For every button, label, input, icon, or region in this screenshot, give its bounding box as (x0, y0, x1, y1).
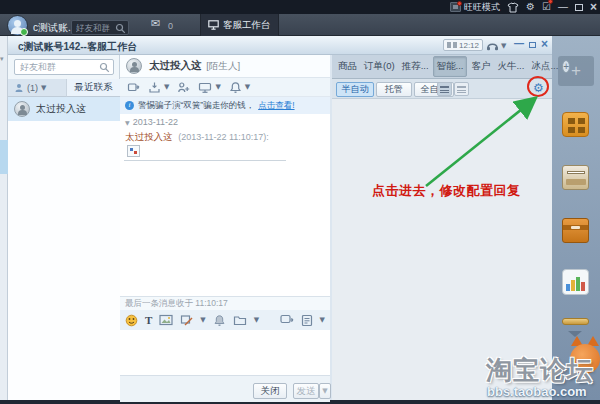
watermark-url: bbs.taobao.com (487, 384, 587, 399)
tab-huoniu[interactable]: 火牛... (494, 57, 527, 76)
chat-toolbar: ▼ ▼ ▼ (120, 78, 330, 97)
shake-bell-icon[interactable] (213, 314, 226, 327)
chat-footer: 关闭 发送 ▼ (120, 375, 330, 402)
chevron-down-icon[interactable]: ▼ (215, 83, 220, 91)
notification-dot (548, 0, 553, 4)
transfer-chat-icon[interactable] (127, 81, 140, 94)
message-timestamp: (2013-11-22 11:10:17): (178, 132, 269, 142)
trade-management-icon[interactable] (562, 165, 589, 190)
font-icon[interactable]: T (145, 314, 152, 326)
goods-management-icon[interactable] (562, 218, 589, 243)
session-time-badge: 12:12 (443, 39, 483, 51)
user-avatar[interactable] (7, 15, 28, 36)
global-search-box[interactable] (71, 20, 129, 35)
message-history-icon[interactable] (280, 314, 294, 326)
input-toolbar: T ▼ ▼ ▼ (120, 310, 330, 330)
message-meta: 太过投入这 (2013-11-22 11:10:17): (125, 131, 269, 144)
phone-icon[interactable] (486, 40, 499, 51)
inner-close-button[interactable]: × (541, 37, 548, 51)
outer-left-strip (0, 36, 8, 400)
message-sender: 太过投入这 (125, 131, 173, 142)
workbench-tab-label: 客服工作台 (223, 19, 271, 32)
qianniu-workbench-window: 千牛—卖家工作台 旺旺模式 ⚙ ☑ — × c测试账... ✉ 0 客服工作台 (0, 0, 600, 404)
tab-goods[interactable]: 商品 (335, 57, 360, 76)
tab-customer-service-workbench[interactable]: 客服工作台 (200, 14, 279, 36)
notification-dot (457, 1, 462, 6)
last-message-status: 最后一条消息收于 11:10:17 (120, 296, 330, 310)
peer-tag: [陌生人] (206, 60, 240, 71)
image-icon[interactable] (159, 314, 173, 326)
tab-customer[interactable]: 客户 (468, 57, 493, 76)
screenshot-icon[interactable] (180, 314, 193, 326)
close-button[interactable]: × (590, 1, 597, 13)
maximize-button[interactable] (575, 4, 583, 11)
date-separator: ▼ 2013-11-22 (125, 117, 178, 127)
remote-assist-icon[interactable] (198, 81, 212, 94)
watermark-title: 淘宝论坛 (486, 353, 594, 388)
task-checklist-icon[interactable]: ☑ (542, 1, 551, 13)
send-options-dropdown[interactable]: ▼ (319, 383, 331, 399)
mail-count: 0 (168, 21, 173, 31)
outer-strip-highlight (0, 140, 8, 174)
inner-window-title: c测试账号142--客服工作台 (18, 40, 137, 54)
wangwang-mode-label: 旺旺模式 (464, 1, 500, 14)
emoticon-icon[interactable] (125, 314, 138, 327)
quick-phrase-icon[interactable] (301, 314, 313, 327)
contacts-group-selector[interactable]: (1) ▼ (8, 79, 66, 97)
tab-recent-contacts[interactable]: 最近联系 (66, 79, 120, 97)
report-alarm-icon[interactable] (229, 81, 242, 94)
mail-icon[interactable]: ✉ (151, 17, 160, 30)
peer-avatar[interactable] (126, 58, 142, 74)
add-contact-icon[interactable] (177, 81, 190, 94)
contact-name: 太过投入这 (36, 102, 86, 116)
dock-collapse-pill[interactable] (562, 318, 589, 325)
send-button[interactable]: 发送 (293, 383, 319, 399)
chevron-down-icon[interactable]: ▾ (0, 55, 4, 63)
plugin-tab-bar: 商品 订单(0) 推荐... 智能... 客户 火牛... 冰点... + (332, 55, 552, 79)
contacts-search-box[interactable] (14, 59, 114, 75)
inner-minimize-button[interactable]: — (514, 38, 524, 49)
contact-list-item[interactable]: 太过投入这 (8, 97, 120, 121)
chevron-down-icon[interactable]: ▼ (200, 316, 205, 324)
chevron-down-icon[interactable]: ▼ (254, 316, 259, 324)
contact-avatar (14, 101, 30, 117)
titlebar-controls: 旺旺模式 ⚙ ☑ — × (450, 0, 597, 14)
chevron-down-icon[interactable]: ▼ (164, 83, 169, 91)
wangwang-mode-button[interactable]: 旺旺模式 (450, 1, 500, 14)
contacts-search-input[interactable] (18, 61, 98, 73)
person-icon (14, 83, 24, 93)
global-search-input[interactable] (74, 21, 116, 34)
settings-gear-icon[interactable]: ⚙ (526, 1, 535, 13)
caret-down-icon: ▼ (125, 119, 130, 126)
quick-entry-icon[interactable] (562, 112, 589, 137)
annotation-text: 点击进去，修改配置回复 (372, 182, 521, 200)
online-status-dot (20, 28, 28, 36)
info-icon: i (125, 101, 134, 110)
chevron-down-icon[interactable]: ▼ (501, 42, 506, 50)
minimize-button[interactable]: — (558, 1, 568, 13)
data-metrics-icon[interactable] (562, 269, 589, 295)
broken-image-icon[interactable] (127, 145, 140, 157)
add-tab-button[interactable]: + (562, 60, 570, 73)
chat-header: 太过投入这 [陌生人] (120, 55, 330, 78)
tab-smart-reply[interactable]: 智能... (433, 56, 468, 77)
message-input[interactable] (120, 330, 330, 375)
file-icon[interactable] (233, 314, 247, 326)
close-chat-button[interactable]: 关闭 (253, 383, 287, 399)
message-divider (124, 160, 286, 161)
chevron-down-icon[interactable]: ▼ (245, 83, 250, 91)
tab-recommend[interactable]: 推荐... (399, 57, 432, 76)
tab-bingdian[interactable]: 冰点... (528, 57, 561, 76)
contacts-list-area (8, 121, 120, 402)
chevron-down-icon: ▼ (41, 84, 46, 92)
account-name[interactable]: c测试账... (33, 21, 76, 35)
group-count: (1) (27, 83, 38, 93)
shop-shirt-icon[interactable] (507, 2, 519, 13)
tab-orders[interactable]: 订单(0) (361, 57, 398, 76)
notice-link[interactable]: 点击查看! (258, 100, 294, 112)
workbench-monitor-icon (208, 20, 219, 30)
chevron-down-icon[interactable]: ▼ (320, 316, 325, 324)
wangwang-mode-icon (450, 2, 461, 12)
inner-maximize-button[interactable] (529, 42, 536, 48)
forward-chat-icon[interactable] (148, 81, 161, 94)
